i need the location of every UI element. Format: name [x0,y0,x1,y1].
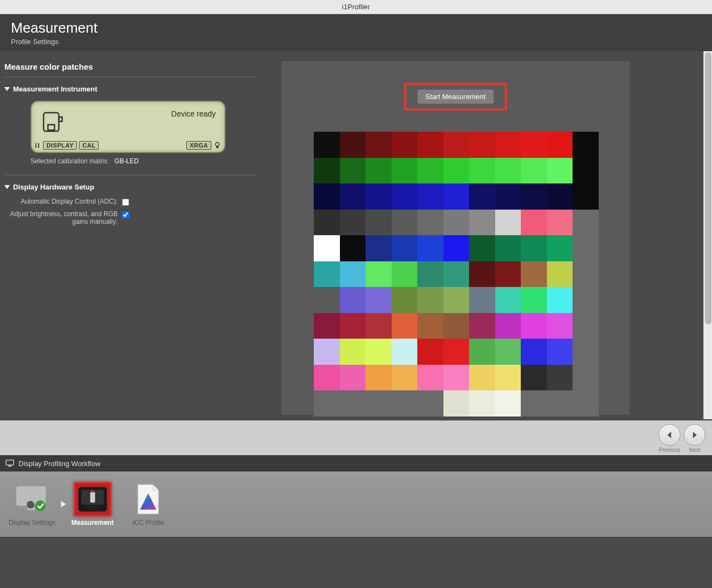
workflow-step-label: Display Settings [9,519,56,526]
svg-rect-1 [48,125,54,130]
color-patch [392,132,418,158]
color-patch [469,390,495,416]
color-patch [417,287,443,313]
color-patch [340,158,366,184]
page-title: Measurement [11,20,701,36]
color-patch [495,287,521,313]
chevron-down-icon [4,87,10,91]
color-patch [495,210,521,236]
adc-checkbox[interactable] [122,199,129,206]
color-patch [521,261,547,287]
color-patch [495,390,521,416]
start-measurement-button[interactable]: Start Measurement [417,89,494,104]
color-patch [417,210,443,236]
color-patch [469,365,495,391]
color-patch [314,210,340,236]
color-patch [547,339,573,365]
color-patch [392,261,418,287]
color-patch [340,365,366,391]
next-button[interactable] [684,424,705,446]
color-patch [573,183,599,210]
instrument-expander[interactable]: Measurement Instrument [4,83,256,95]
color-patch [495,235,521,261]
color-patch [417,132,443,158]
step-arrow-icon [61,501,66,507]
color-patch [340,210,366,236]
color-patch [443,365,470,391]
next-group: Next [684,424,705,453]
page-header: Measurement Profile Settings [0,14,712,51]
color-patch-grid [314,132,599,416]
color-patch [366,132,392,158]
svg-point-14 [86,506,99,510]
lcd-bottom-row: i1 DISPLAY CAL XRGA [35,141,221,150]
chevron-down-icon [4,185,10,189]
svg-point-10 [27,501,34,509]
footer [0,537,712,588]
color-patch [521,287,547,313]
color-patch [417,339,443,365]
color-patch [340,287,366,313]
workflow-step-icc-profile[interactable]: ICC Profile [129,482,167,526]
svg-rect-6 [8,465,11,467]
color-patch [547,313,573,339]
color-patch [392,235,418,261]
color-patch [366,287,392,313]
preview-card: Start Measurement [281,61,630,415]
color-patch [417,158,443,184]
color-patch [469,158,495,184]
workflow-step-measurement[interactable]: Measurement [71,482,113,526]
svg-rect-5 [6,460,14,465]
color-patch [573,261,599,287]
color-patch [521,158,547,184]
color-patch [495,313,521,339]
adc-label: Automatic Display Control (ADC): [9,198,118,205]
i1-icon: i1 [35,141,40,150]
color-patch [314,235,340,261]
color-patch [547,261,573,287]
scrollbar[interactable] [703,51,712,419]
color-patch [392,339,418,365]
color-patch [366,210,392,236]
color-patch [417,183,443,210]
matrix-label: Selected calibration matrix: [31,157,109,165]
app-title: i1Profiler [342,3,370,11]
color-patch [469,235,495,261]
icc-profile-icon [135,483,162,515]
manual-checkbox[interactable] [122,211,129,218]
color-patch [573,132,599,158]
color-patch [366,235,392,261]
color-patch [314,390,340,416]
color-patch [392,365,418,391]
color-patch [392,183,418,210]
instrument-section-label: Measurement Instrument [13,85,98,93]
color-patch [366,183,392,210]
previous-button[interactable] [659,424,680,446]
color-patch [547,132,573,158]
start-highlight: Start Measurement [404,83,507,111]
color-patch [392,210,418,236]
workflow-step-display-settings[interactable]: Display Settings [9,482,56,526]
divider [4,77,256,77]
right-panel: Start Measurement [267,51,712,420]
color-patch [417,365,443,391]
color-patch [417,313,443,339]
measure-patches-title: Measure color patches [4,58,256,76]
color-patch [469,132,495,158]
bulb-icon [214,142,221,149]
workflow-step-label: ICC Profile [132,519,164,526]
scrollbar-thumb[interactable] [705,52,711,324]
arrow-right-icon [690,431,699,439]
hardware-expander[interactable]: Display Hardware Setup [4,181,256,193]
color-patch [547,365,573,391]
prev-group: Previous [659,424,680,453]
main-area: Measure color patches Measurement Instru… [0,51,712,420]
arrow-left-icon [665,431,674,439]
svg-point-15 [91,489,94,492]
previous-label: Previous [659,447,680,453]
color-patch [314,132,340,158]
divider [4,175,256,175]
color-patch [469,183,495,210]
color-patch [547,158,573,184]
color-patch [573,365,599,391]
